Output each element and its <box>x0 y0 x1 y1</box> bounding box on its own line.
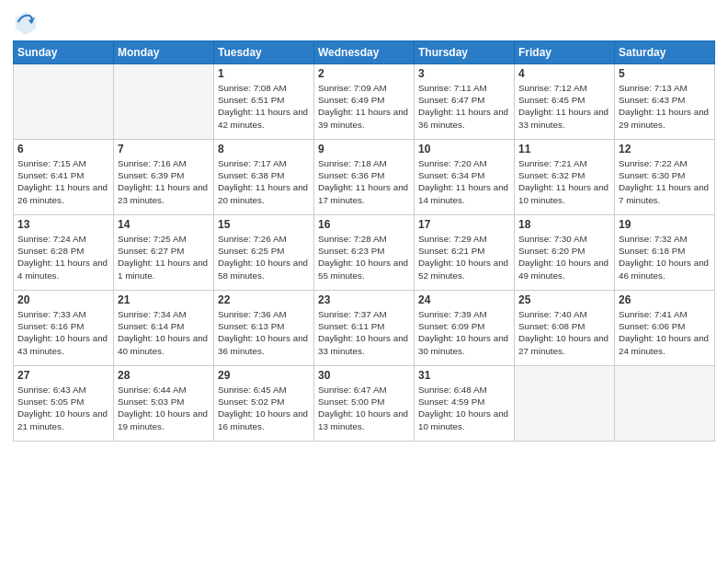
weekday-header-sunday: Sunday <box>14 41 114 64</box>
day-detail: Sunrise: 7:20 AMSunset: 6:34 PMDaylight:… <box>418 157 510 206</box>
day-detail: Sunrise: 7:09 AMSunset: 6:49 PMDaylight:… <box>318 82 410 131</box>
calendar-table: SundayMondayTuesdayWednesdayThursdayFrid… <box>13 40 715 442</box>
week-row-1: 1Sunrise: 7:08 AMSunset: 6:51 PMDaylight… <box>14 64 715 140</box>
day-detail: Sunrise: 7:17 AMSunset: 6:38 PMDaylight:… <box>218 157 310 206</box>
calendar-cell: 1Sunrise: 7:08 AMSunset: 6:51 PMDaylight… <box>214 64 314 140</box>
day-detail: Sunrise: 7:15 AMSunset: 6:41 PMDaylight:… <box>17 157 109 206</box>
day-number: 18 <box>518 218 610 231</box>
day-number: 23 <box>318 293 410 306</box>
calendar-cell <box>615 366 715 442</box>
day-number: 5 <box>619 67 711 80</box>
logo <box>13 9 42 35</box>
week-row-3: 13Sunrise: 7:24 AMSunset: 6:28 PMDayligh… <box>14 215 715 291</box>
day-number: 29 <box>218 369 310 382</box>
calendar-cell: 13Sunrise: 7:24 AMSunset: 6:28 PMDayligh… <box>14 215 114 291</box>
calendar-cell: 14Sunrise: 7:25 AMSunset: 6:27 PMDayligh… <box>114 215 214 291</box>
day-number: 24 <box>418 293 510 306</box>
calendar-cell: 28Sunrise: 6:44 AMSunset: 5:03 PMDayligh… <box>114 366 214 442</box>
page: SundayMondayTuesdayWednesdayThursdayFrid… <box>0 0 728 563</box>
day-number: 1 <box>218 67 310 80</box>
day-number: 10 <box>418 143 510 155</box>
day-detail: Sunrise: 6:43 AMSunset: 5:05 PMDaylight:… <box>17 384 109 432</box>
logo-icon <box>13 9 39 35</box>
calendar-cell: 27Sunrise: 6:43 AMSunset: 5:05 PMDayligh… <box>14 366 114 442</box>
calendar-cell: 20Sunrise: 7:33 AMSunset: 6:16 PMDayligh… <box>14 291 114 366</box>
calendar-cell: 9Sunrise: 7:18 AMSunset: 6:36 PMDaylight… <box>314 140 415 215</box>
day-detail: Sunrise: 7:25 AMSunset: 6:27 PMDaylight:… <box>118 233 210 282</box>
day-number: 27 <box>17 369 109 382</box>
day-detail: Sunrise: 7:11 AMSunset: 6:47 PMDaylight:… <box>418 82 510 131</box>
calendar-cell: 21Sunrise: 7:34 AMSunset: 6:14 PMDayligh… <box>114 291 214 366</box>
calendar-cell: 30Sunrise: 6:47 AMSunset: 5:00 PMDayligh… <box>314 366 415 442</box>
day-detail: Sunrise: 7:24 AMSunset: 6:28 PMDaylight:… <box>17 233 109 282</box>
calendar-cell: 24Sunrise: 7:39 AMSunset: 6:09 PMDayligh… <box>415 291 515 366</box>
week-row-5: 27Sunrise: 6:43 AMSunset: 5:05 PMDayligh… <box>14 366 715 442</box>
calendar-cell: 31Sunrise: 6:48 AMSunset: 4:59 PMDayligh… <box>415 366 515 442</box>
calendar-cell: 5Sunrise: 7:13 AMSunset: 6:43 PMDaylight… <box>615 64 715 140</box>
day-detail: Sunrise: 7:30 AMSunset: 6:20 PMDaylight:… <box>518 233 610 282</box>
day-detail: Sunrise: 7:18 AMSunset: 6:36 PMDaylight:… <box>318 157 410 206</box>
day-number: 26 <box>619 293 711 306</box>
day-number: 14 <box>118 218 210 231</box>
calendar-cell: 17Sunrise: 7:29 AMSunset: 6:21 PMDayligh… <box>415 215 515 291</box>
day-number: 11 <box>518 143 610 155</box>
day-number: 25 <box>518 293 610 306</box>
day-detail: Sunrise: 7:32 AMSunset: 6:18 PMDaylight:… <box>619 233 711 282</box>
header <box>13 9 715 35</box>
calendar-cell: 11Sunrise: 7:21 AMSunset: 6:32 PMDayligh… <box>515 140 615 215</box>
day-detail: Sunrise: 6:47 AMSunset: 5:00 PMDaylight:… <box>318 384 410 432</box>
day-number: 15 <box>218 218 310 231</box>
day-detail: Sunrise: 7:41 AMSunset: 6:06 PMDaylight:… <box>619 308 711 357</box>
day-number: 13 <box>17 218 109 231</box>
day-number: 3 <box>418 67 510 80</box>
day-detail: Sunrise: 7:13 AMSunset: 6:43 PMDaylight:… <box>619 82 711 131</box>
day-detail: Sunrise: 7:21 AMSunset: 6:32 PMDaylight:… <box>518 157 610 206</box>
day-number: 8 <box>218 143 310 155</box>
day-number: 22 <box>218 293 310 306</box>
day-detail: Sunrise: 6:48 AMSunset: 4:59 PMDaylight:… <box>418 384 510 432</box>
calendar-cell: 3Sunrise: 7:11 AMSunset: 6:47 PMDaylight… <box>415 64 515 140</box>
day-number: 17 <box>418 218 510 231</box>
day-detail: Sunrise: 7:37 AMSunset: 6:11 PMDaylight:… <box>318 308 410 357</box>
day-number: 12 <box>619 143 711 155</box>
day-number: 6 <box>17 143 109 155</box>
week-row-2: 6Sunrise: 7:15 AMSunset: 6:41 PMDaylight… <box>14 140 715 215</box>
day-number: 19 <box>619 218 711 231</box>
calendar-cell: 12Sunrise: 7:22 AMSunset: 6:30 PMDayligh… <box>615 140 715 215</box>
day-detail: Sunrise: 6:44 AMSunset: 5:03 PMDaylight:… <box>118 384 210 432</box>
day-number: 9 <box>318 143 410 155</box>
day-detail: Sunrise: 7:28 AMSunset: 6:23 PMDaylight:… <box>318 233 410 282</box>
calendar-cell: 8Sunrise: 7:17 AMSunset: 6:38 PMDaylight… <box>214 140 314 215</box>
day-detail: Sunrise: 7:08 AMSunset: 6:51 PMDaylight:… <box>218 82 310 131</box>
calendar-cell: 4Sunrise: 7:12 AMSunset: 6:45 PMDaylight… <box>515 64 615 140</box>
day-number: 7 <box>118 143 210 155</box>
calendar-cell: 2Sunrise: 7:09 AMSunset: 6:49 PMDaylight… <box>314 64 415 140</box>
calendar-cell: 15Sunrise: 7:26 AMSunset: 6:25 PMDayligh… <box>214 215 314 291</box>
day-detail: Sunrise: 7:34 AMSunset: 6:14 PMDaylight:… <box>118 308 210 357</box>
weekday-header-tuesday: Tuesday <box>214 41 314 64</box>
day-detail: Sunrise: 7:29 AMSunset: 6:21 PMDaylight:… <box>418 233 510 282</box>
calendar-cell: 7Sunrise: 7:16 AMSunset: 6:39 PMDaylight… <box>114 140 214 215</box>
calendar-cell: 26Sunrise: 7:41 AMSunset: 6:06 PMDayligh… <box>615 291 715 366</box>
day-detail: Sunrise: 7:39 AMSunset: 6:09 PMDaylight:… <box>418 308 510 357</box>
calendar-cell <box>114 64 214 140</box>
calendar-cell: 10Sunrise: 7:20 AMSunset: 6:34 PMDayligh… <box>415 140 515 215</box>
day-number: 30 <box>318 369 410 382</box>
day-detail: Sunrise: 7:33 AMSunset: 6:16 PMDaylight:… <box>17 308 109 357</box>
weekday-header-thursday: Thursday <box>415 41 515 64</box>
day-detail: Sunrise: 7:22 AMSunset: 6:30 PMDaylight:… <box>619 157 711 206</box>
weekday-header-row: SundayMondayTuesdayWednesdayThursdayFrid… <box>14 41 715 64</box>
week-row-4: 20Sunrise: 7:33 AMSunset: 6:16 PMDayligh… <box>14 291 715 366</box>
day-detail: Sunrise: 7:36 AMSunset: 6:13 PMDaylight:… <box>218 308 310 357</box>
weekday-header-friday: Friday <box>515 41 615 64</box>
day-detail: Sunrise: 7:40 AMSunset: 6:08 PMDaylight:… <box>518 308 610 357</box>
day-detail: Sunrise: 6:45 AMSunset: 5:02 PMDaylight:… <box>218 384 310 432</box>
day-number: 4 <box>518 67 610 80</box>
calendar-cell: 6Sunrise: 7:15 AMSunset: 6:41 PMDaylight… <box>14 140 114 215</box>
calendar-cell <box>14 64 114 140</box>
calendar-cell <box>515 366 615 442</box>
calendar-cell: 19Sunrise: 7:32 AMSunset: 6:18 PMDayligh… <box>615 215 715 291</box>
day-number: 16 <box>318 218 410 231</box>
day-number: 31 <box>418 369 510 382</box>
day-number: 2 <box>318 67 410 80</box>
